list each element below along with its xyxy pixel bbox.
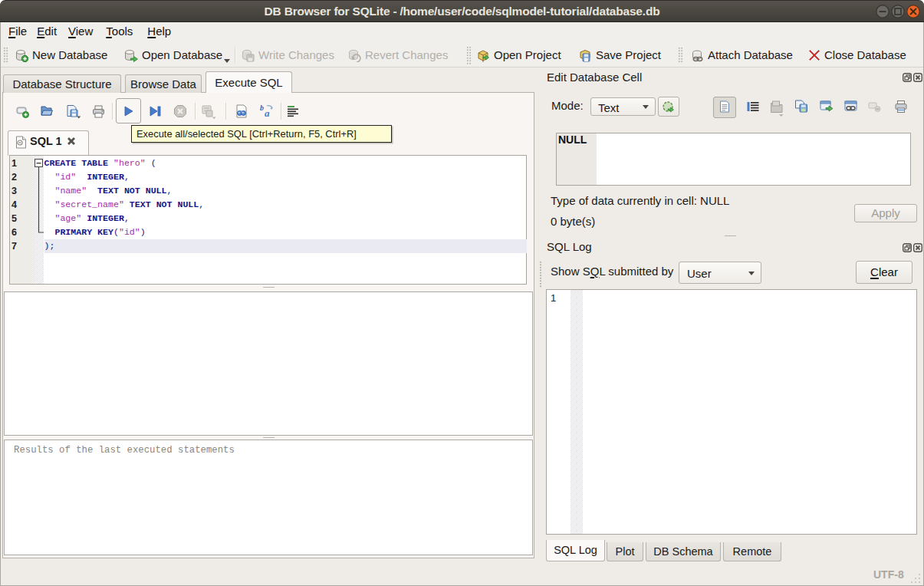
svg-text:b: b (260, 104, 264, 112)
svg-text:a: a (265, 107, 270, 119)
